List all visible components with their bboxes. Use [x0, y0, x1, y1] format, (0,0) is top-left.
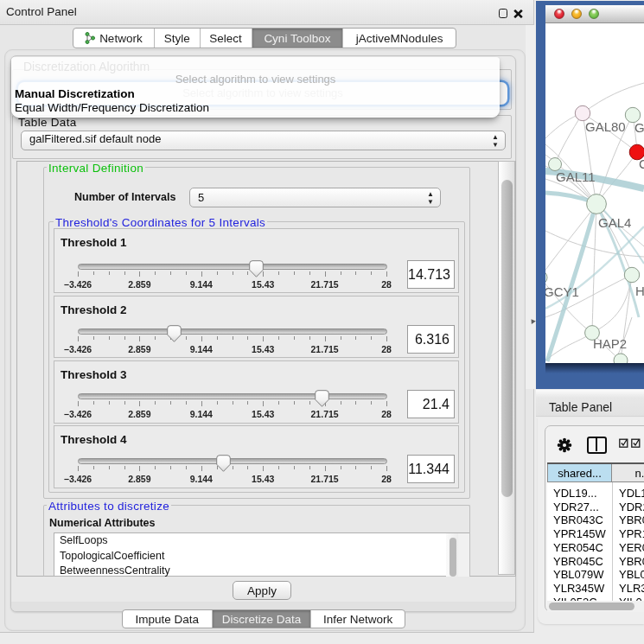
svg-text:GCY1: GCY1: [545, 284, 579, 299]
svg-text:GA: GA: [634, 120, 644, 135]
svg-text:GAL11: GAL11: [556, 169, 596, 184]
svg-text:H: H: [635, 284, 644, 298]
svg-text:GAL80: GAL80: [585, 119, 626, 134]
svg-text:C: C: [639, 156, 644, 171]
svg-text:GAL4: GAL4: [598, 215, 631, 230]
svg-text:HAP2: HAP2: [593, 336, 627, 351]
